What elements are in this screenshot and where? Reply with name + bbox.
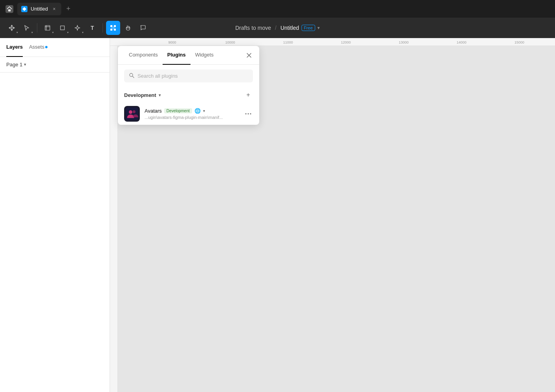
select-tool-button[interactable]: ▾	[20, 21, 34, 35]
ruler-left: -9000 -8000 -7000 -6000 -5000 -4000 -300…	[110, 46, 118, 392]
layers-tab[interactable]: Layers	[6, 38, 23, 57]
svg-rect-5	[60, 26, 64, 30]
avatars-plugin-info: Avatars Development 🌐 ▾ ...ugin\avatars-…	[145, 108, 239, 120]
plugin-development-badge: Development	[164, 108, 192, 113]
ruler-vmark-neg6000: -6000	[117, 166, 118, 175]
breadcrumb-separator: /	[275, 25, 277, 31]
pen-tool-button[interactable]: ▾	[70, 21, 84, 35]
canvas-area: 9000 10000 11000 12000 13000 14000 15000…	[110, 38, 555, 392]
plugin-dropdown-icon[interactable]: ▾	[203, 109, 205, 113]
plugin-name-row: Avatars Development 🌐 ▾	[145, 108, 239, 114]
new-tab-button[interactable]: +	[63, 4, 74, 15]
plugin-panel: Components Plugins Widgets	[118, 46, 259, 125]
svg-rect-9	[114, 29, 116, 31]
ruler-mark-12000: 12000	[341, 40, 351, 44]
titlebar: Untitled × +	[0, 0, 555, 18]
page-selector[interactable]: Page 1 ▾	[0, 57, 110, 73]
svg-point-18	[248, 113, 249, 115]
breadcrumb-file-title: Untitled	[280, 25, 299, 31]
search-input[interactable]	[137, 73, 248, 79]
ruler-vmark-neg5000: -5000	[117, 204, 118, 213]
ruler-mark-15000: 15000	[515, 40, 524, 44]
plugin-more-button[interactable]	[244, 109, 253, 119]
svg-rect-2	[45, 26, 50, 30]
ruler-vmark-neg2000: -2000	[117, 318, 118, 327]
avatars-plugin-icon	[124, 106, 140, 122]
development-section-header[interactable]: Development ▾ +	[118, 87, 259, 103]
section-chevron-icon: ▾	[159, 93, 161, 97]
panel-tab-bar: Layers Assets	[0, 38, 110, 57]
tool-separator-2	[103, 23, 103, 33]
plugin-globe-icon[interactable]: 🌐	[194, 108, 201, 114]
svg-rect-1	[8, 9, 11, 11]
plugin-path: ...ugin\avatars-figma-plugin-main\manif.…	[145, 115, 239, 120]
tab-close-button[interactable]: ×	[51, 6, 57, 12]
text-tool-button[interactable]: T	[85, 21, 99, 35]
section-title: Development ▾	[124, 92, 161, 98]
ruler-mark-11000: 11000	[283, 40, 293, 44]
tab-favicon	[21, 6, 27, 12]
tab-title: Untitled	[31, 6, 48, 12]
svg-point-16	[133, 110, 136, 113]
svg-rect-8	[110, 29, 112, 31]
tool-separator-1	[37, 23, 37, 33]
ruler-vmark-neg4000: -4000	[117, 242, 118, 251]
plugins-tab[interactable]: Plugins	[163, 46, 190, 65]
svg-point-19	[250, 113, 251, 115]
widgets-tab[interactable]: Widgets	[190, 46, 218, 65]
svg-point-15	[129, 110, 132, 114]
svg-rect-7	[114, 25, 116, 27]
breadcrumb-project: Drafts to move	[235, 25, 271, 31]
canvas-content[interactable]: -9000 -8000 -7000 -6000 -5000 -4000 -300…	[110, 46, 555, 392]
shape-tool-button[interactable]: ▾	[55, 21, 70, 35]
toolbar: ▾ ▾ ▾ ▾	[0, 18, 555, 38]
svg-rect-6	[110, 25, 112, 27]
assets-dot	[45, 46, 48, 48]
ruler-top: 9000 10000 11000 12000 13000 14000 15000	[110, 38, 555, 46]
comment-tool-button[interactable]	[136, 21, 150, 35]
ruler-vmark-neg7000: -7000	[117, 128, 118, 137]
panel-close-button[interactable]	[244, 50, 255, 61]
svg-point-17	[245, 113, 247, 115]
component-tool-button[interactable]	[106, 21, 120, 35]
active-tab[interactable]: Untitled ×	[17, 3, 61, 15]
plugin-name: Avatars	[145, 108, 162, 114]
hand-tool-button[interactable]	[121, 21, 135, 35]
plugin-search-bar[interactable]	[124, 69, 253, 82]
components-tab[interactable]: Components	[124, 46, 163, 65]
page-name: Page 1	[6, 62, 22, 67]
main-area: Layers Assets Page 1 ▾ 9000 10000 11000 …	[0, 38, 555, 392]
left-panel: Layers Assets Page 1 ▾	[0, 38, 110, 392]
ruler-mark-13000: 13000	[399, 40, 408, 44]
file-dropdown-button[interactable]: ▾	[317, 25, 320, 31]
svg-line-13	[132, 76, 134, 78]
ruler-vmark-neg1000: -1000	[117, 356, 118, 365]
ruler-vmark-neg3000: -3000	[117, 280, 118, 289]
ruler-mark-10000: 10000	[225, 40, 235, 44]
ruler-mark-9000: 9000	[169, 40, 176, 44]
assets-tab[interactable]: Assets	[29, 38, 48, 57]
plugin-item-avatars[interactable]: Avatars Development 🌐 ▾ ...ugin\avatars-…	[118, 103, 259, 125]
section-add-button[interactable]: +	[244, 90, 253, 100]
ruler-mark-14000: 14000	[457, 40, 467, 44]
page-dropdown-icon: ▾	[24, 62, 26, 67]
free-plan-badge: Free	[301, 25, 315, 31]
frame-tool-button[interactable]: ▾	[40, 21, 55, 35]
search-icon	[129, 73, 134, 79]
plugin-panel-tabs: Components Plugins Widgets	[118, 46, 259, 65]
move-tool-button[interactable]: ▾	[5, 21, 19, 35]
svg-rect-14	[126, 108, 138, 120]
toolbar-breadcrumb: Drafts to move / Untitled Free ▾	[235, 25, 320, 31]
home-button[interactable]	[3, 3, 16, 15]
tool-group-left: ▾ ▾ ▾ ▾	[5, 21, 150, 35]
